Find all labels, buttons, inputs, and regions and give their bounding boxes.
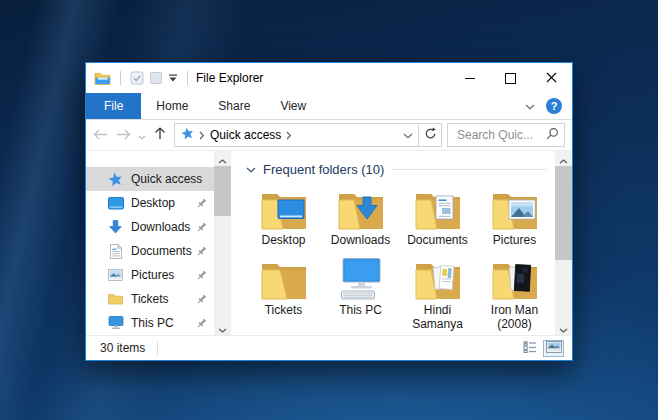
file-explorer-window: File Explorer File Home Share View ? <box>85 62 573 361</box>
collapse-group-chevron-icon[interactable] <box>246 167 256 173</box>
folder-tile-hindi-samanya[interactable]: Hindi Samanya <box>399 250 476 332</box>
tile-label: Iron Man (2008) <box>477 304 553 332</box>
back-button[interactable] <box>89 123 112 147</box>
close-icon <box>546 69 557 87</box>
search-box[interactable] <box>447 123 565 147</box>
customize-toolbar-icon[interactable] <box>168 74 178 82</box>
minimize-button[interactable] <box>449 63 490 93</box>
monitor-icon <box>107 197 124 210</box>
tile-label: Tickets <box>265 304 303 318</box>
quick-access-toolbar <box>94 71 192 85</box>
tile-label: Pictures <box>493 234 536 248</box>
details-view-icon <box>523 341 537 356</box>
expand-ribbon-chevron-icon[interactable] <box>525 99 535 113</box>
sidebar-item-desktop[interactable]: Desktop <box>86 191 214 215</box>
maximize-button[interactable] <box>490 63 531 93</box>
folder-pictures-icon <box>488 180 542 232</box>
group-header[interactable]: Frequent folders (10) <box>246 162 547 177</box>
tile-label: Documents <box>407 234 468 248</box>
chevron-down-icon <box>138 126 146 144</box>
tab-share[interactable]: Share <box>203 93 265 119</box>
folder-tile-this-pc[interactable]: This PC <box>322 250 399 332</box>
scroll-down-button[interactable] <box>555 320 572 335</box>
new-folder-icon[interactable] <box>149 71 163 85</box>
frequent-folders-grid: Desktop Downloads Documents Pictures Tic… <box>231 180 555 331</box>
quick-access-star-icon <box>181 127 194 143</box>
up-button[interactable] <box>148 123 171 147</box>
folder-tile-downloads[interactable]: Downloads <box>322 180 399 248</box>
pin-icon[interactable] <box>196 198 207 209</box>
scrollbar-thumb[interactable] <box>555 166 572 260</box>
refresh-button[interactable] <box>418 124 441 146</box>
address-bar[interactable]: Quick access <box>174 123 442 147</box>
folder-downloads-icon <box>334 180 388 232</box>
chevron-up-icon <box>559 150 568 168</box>
scrollbar-track[interactable] <box>555 166 572 320</box>
pin-icon[interactable] <box>196 318 207 329</box>
sidebar-item-tickets[interactable]: Tickets <box>86 287 214 311</box>
sidebar-item-label: Downloads <box>131 220 190 234</box>
help-button[interactable]: ? <box>546 98 562 114</box>
download-arrow-icon <box>107 220 124 234</box>
search-input[interactable] <box>455 127 546 143</box>
search-icon[interactable] <box>546 126 559 144</box>
folder-tile-tickets[interactable]: Tickets <box>245 250 322 332</box>
forward-button[interactable] <box>112 123 135 147</box>
pin-icon[interactable] <box>196 294 207 305</box>
folder-tile-iron-man-2008[interactable]: Iron Man (2008) <box>476 250 553 332</box>
folder-tile-documents[interactable]: Documents <box>399 180 476 248</box>
folder-icon <box>107 293 124 305</box>
group-header-rule <box>392 169 547 170</box>
pin-icon[interactable] <box>196 246 207 257</box>
scroll-up-button[interactable] <box>214 151 231 166</box>
tile-label: This PC <box>339 304 382 318</box>
sidebar-scrollbar[interactable] <box>214 151 231 335</box>
tab-file[interactable]: File <box>86 93 141 119</box>
computer-large-icon <box>334 250 388 302</box>
sidebar-item-this-pc[interactable]: This PC <box>86 311 214 335</box>
scrollbar-track[interactable] <box>214 166 231 320</box>
thumbnail-view-button[interactable] <box>543 340 564 357</box>
title-bar[interactable]: File Explorer <box>86 63 572 93</box>
ribbon-tab-bar: File Home Share View ? <box>86 93 572 120</box>
back-arrow-icon <box>93 126 108 144</box>
breadcrumb-quick-access[interactable]: Quick access <box>210 128 281 142</box>
main-scrollbar[interactable] <box>555 151 572 335</box>
status-bar: 30 items <box>86 335 572 360</box>
sidebar-item-downloads[interactable]: Downloads <box>86 215 214 239</box>
breadcrumb-chevron-icon[interactable] <box>286 131 292 140</box>
address-dropdown-button[interactable] <box>398 124 418 146</box>
window-title: File Explorer <box>196 71 263 85</box>
sidebar-item-documents[interactable]: Documents <box>86 239 214 263</box>
items-count: 30 items <box>100 341 145 355</box>
sidebar-item-label: Desktop <box>131 196 175 210</box>
tab-home[interactable]: Home <box>141 93 203 119</box>
sidebar-item-pictures[interactable]: Pictures <box>86 263 214 287</box>
sidebar-item-quick-access[interactable]: Quick access <box>86 167 214 191</box>
folder-tile-pictures[interactable]: Pictures <box>476 180 553 248</box>
folder-media-icon <box>411 250 465 302</box>
toolbar-separator <box>187 71 188 85</box>
breadcrumb-chevron-icon[interactable] <box>199 131 205 140</box>
properties-icon[interactable] <box>130 71 144 85</box>
pin-icon[interactable] <box>196 270 207 281</box>
pin-icon[interactable] <box>196 222 207 233</box>
recent-locations-button[interactable] <box>135 123 148 147</box>
folder-desktop-icon <box>257 180 311 232</box>
scroll-down-button[interactable] <box>214 320 231 335</box>
file-explorer-logo-icon <box>94 72 111 85</box>
scrollbar-thumb[interactable] <box>214 166 231 216</box>
address-bar-row: Quick access <box>86 120 572 150</box>
chevron-down-icon <box>559 319 568 337</box>
document-icon <box>107 244 124 259</box>
minimize-icon <box>465 78 475 79</box>
folder-tile-desktop[interactable]: Desktop <box>245 180 322 248</box>
maximize-icon <box>505 73 516 84</box>
scroll-up-button[interactable] <box>555 151 572 166</box>
details-view-button[interactable] <box>519 340 540 357</box>
close-button[interactable] <box>531 63 572 93</box>
tab-view[interactable]: View <box>265 93 321 119</box>
navigation-pane: Quick accessDesktopDownloadsDocumentsPic… <box>86 151 214 335</box>
toolbar-separator <box>120 71 121 85</box>
folder-dark-icon <box>488 250 542 302</box>
